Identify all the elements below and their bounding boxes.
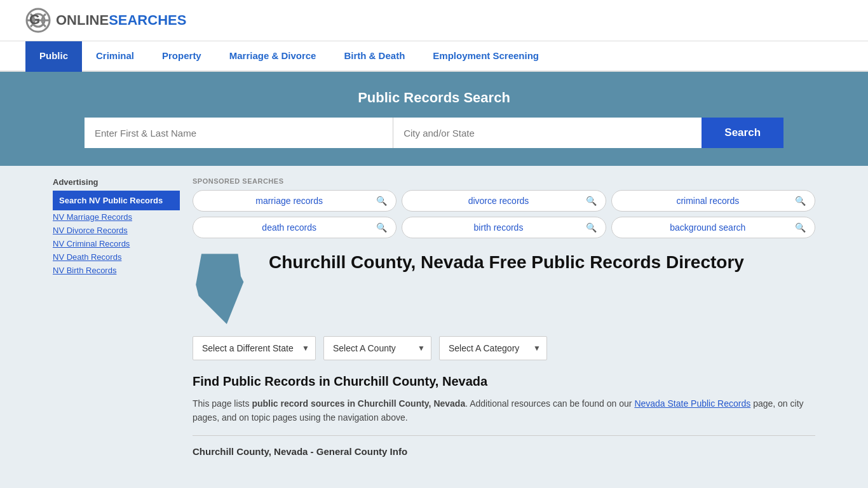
search-icon-marriage: 🔍 — [376, 196, 387, 206]
search-icon-criminal: 🔍 — [795, 196, 806, 206]
main-content: SPONSORED SEARCHES marriage records 🔍 di… — [193, 177, 815, 457]
main-wrapper: Advertising Search NV Public Records NV … — [40, 166, 828, 468]
nevada-svg — [193, 251, 250, 324]
logo-text-online: ONLINE — [56, 12, 109, 28]
section-divider — [193, 435, 815, 436]
sponsored-tag-marriage-text: marriage records — [202, 196, 376, 206]
find-desc-2: . Additional resources can be found on o… — [465, 398, 634, 409]
county-dropdown-wrapper: Select A County ▼ — [323, 336, 431, 360]
nav-item-marriage[interactable]: Marriage & Divorce — [215, 41, 330, 72]
sidebar-link-birth[interactable]: NV Birth Records — [53, 264, 180, 277]
search-button[interactable]: Search — [702, 118, 783, 148]
sidebar-link-marriage[interactable]: NV Marriage Records — [53, 210, 180, 224]
sponsored-tag-birth-text: birth records — [411, 222, 585, 233]
name-input[interactable] — [85, 118, 393, 148]
sponsored-grid: marriage records 🔍 divorce records 🔍 cri… — [193, 190, 815, 238]
nav-item-criminal[interactable]: Criminal — [82, 41, 148, 72]
general-info-title: Churchill County, Nevada - General Count… — [193, 446, 815, 457]
logo-icon: G — [25, 8, 51, 33]
hero-title: Public Records Search — [25, 90, 843, 106]
sidebar: Advertising Search NV Public Records NV … — [53, 177, 180, 457]
nevada-records-link[interactable]: Nevada State Public Records — [634, 398, 750, 409]
nav-item-employment[interactable]: Employment Screening — [419, 41, 553, 72]
sponsored-tag-death-text: death records — [202, 222, 376, 233]
sponsored-label: SPONSORED SEARCHES — [193, 177, 815, 185]
sidebar-ad-active[interactable]: Search NV Public Records — [53, 191, 180, 210]
category-dropdown-wrapper: Select A Category ▼ — [439, 336, 547, 360]
svg-marker-4 — [196, 254, 243, 324]
logo[interactable]: G ONLINESEARCHES — [25, 8, 186, 33]
sidebar-link-criminal[interactable]: NV Criminal Records — [53, 237, 180, 250]
nevada-map — [193, 251, 256, 326]
state-dropdown-wrapper: Select a Different State ▼ — [193, 336, 316, 360]
county-dropdown[interactable]: Select A County — [323, 336, 431, 360]
svg-text:G: G — [29, 11, 40, 27]
sponsored-tag-criminal-text: criminal records — [621, 196, 795, 206]
location-input[interactable] — [393, 118, 702, 148]
find-desc-bold: public record sources in Churchill Count… — [252, 398, 465, 409]
sponsored-tag-criminal[interactable]: criminal records 🔍 — [611, 190, 815, 212]
site-header: G ONLINESEARCHES — [0, 0, 868, 41]
nav-item-property[interactable]: Property — [148, 41, 215, 72]
category-dropdown[interactable]: Select A Category — [439, 336, 547, 360]
find-desc: This page lists public record sources in… — [193, 396, 815, 425]
search-icon-death: 🔍 — [376, 222, 387, 233]
nav-item-public[interactable]: Public — [25, 41, 82, 72]
sponsored-tag-death[interactable]: death records 🔍 — [193, 217, 397, 238]
hero-section: Public Records Search Search — [0, 72, 868, 166]
page-title: Churchill County, Nevada Free Public Rec… — [269, 251, 744, 274]
search-icon-birth: 🔍 — [586, 222, 597, 233]
sponsored-tag-marriage[interactable]: marriage records 🔍 — [193, 190, 397, 212]
state-dropdown[interactable]: Select a Different State — [193, 336, 316, 360]
sponsored-tag-divorce-text: divorce records — [411, 196, 585, 206]
find-title: Find Public Records in Churchill County,… — [193, 374, 815, 389]
sponsored-tag-birth[interactable]: birth records 🔍 — [402, 217, 606, 238]
sidebar-ad-label: Advertising — [53, 177, 180, 187]
sponsored-tag-divorce[interactable]: divorce records 🔍 — [402, 190, 606, 212]
search-bar: Search — [85, 118, 783, 148]
sidebar-link-divorce[interactable]: NV Divorce Records — [53, 224, 180, 237]
find-desc-1: This page lists — [193, 398, 252, 409]
state-section: Churchill County, Nevada Free Public Rec… — [193, 251, 815, 326]
sidebar-link-death[interactable]: NV Death Records — [53, 250, 180, 264]
search-icon-background: 🔍 — [795, 222, 806, 233]
sponsored-tag-background[interactable]: background search 🔍 — [611, 217, 815, 238]
sponsored-tag-background-text: background search — [621, 222, 795, 233]
nav-item-birth[interactable]: Birth & Death — [330, 41, 419, 72]
logo-text-searches: SEARCHES — [109, 12, 186, 28]
dropdown-row: Select a Different State ▼ Select A Coun… — [193, 336, 815, 360]
main-nav: Public Criminal Property Marriage & Divo… — [0, 41, 868, 72]
search-icon-divorce: 🔍 — [586, 196, 597, 206]
